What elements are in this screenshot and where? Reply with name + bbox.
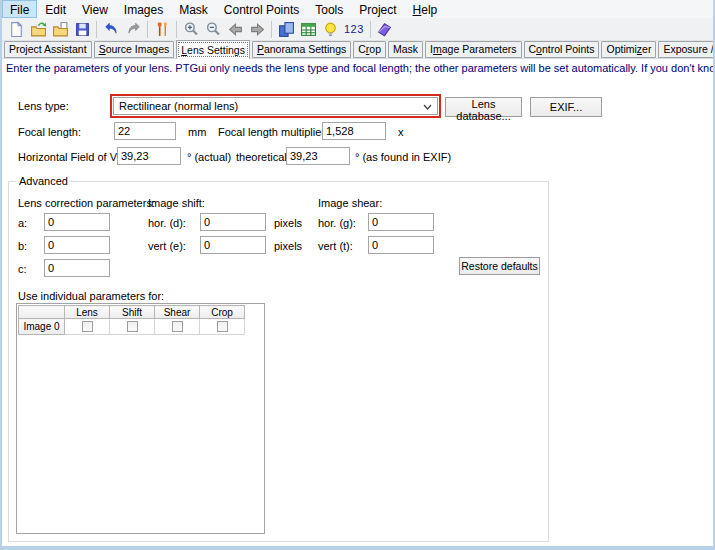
menu-view[interactable]: View xyxy=(74,0,116,18)
param-a-input[interactable] xyxy=(44,213,110,231)
redo-icon[interactable] xyxy=(122,19,144,40)
param-a-label: a: xyxy=(18,217,27,229)
checkbox-image-0-shear[interactable] xyxy=(172,321,183,332)
menu-file[interactable]: File xyxy=(2,0,37,18)
info-bar: Enter the parameters of your lens. PTGui… xyxy=(2,59,713,77)
checkbox-image-0-shift[interactable] xyxy=(127,321,138,332)
checkbox-image-0-lens[interactable] xyxy=(82,321,93,332)
table-corner-cell xyxy=(19,306,65,319)
shear-vert-label: vert (t): xyxy=(318,240,353,252)
tab-bar: Project AssistantSource ImagesLens Setti… xyxy=(2,41,713,59)
table-row: Image 0 xyxy=(19,319,245,335)
save-as-icon[interactable] xyxy=(49,19,71,40)
tools-icon[interactable] xyxy=(151,19,173,40)
shift-hor-input[interactable] xyxy=(200,213,266,231)
table-header-shear: Shear xyxy=(155,306,200,319)
tab-control-points[interactable]: Control Points xyxy=(524,41,600,58)
numbers-icon[interactable]: 123 xyxy=(341,23,367,35)
param-c-input[interactable] xyxy=(44,259,110,277)
focal-length-unit: mm xyxy=(188,126,206,138)
info-text: Enter the parameters of your lens. PTGui… xyxy=(6,62,713,74)
table-header-shift: Shift xyxy=(110,306,155,319)
toolbar-separator xyxy=(370,21,371,38)
menu-mask[interactable]: Mask xyxy=(171,0,216,18)
menu-tools[interactable]: Tools xyxy=(307,0,351,18)
image-shear-label: Image shear: xyxy=(318,197,382,209)
shift-hor-label: hor. (d): xyxy=(148,217,186,229)
shear-hor-input[interactable] xyxy=(368,213,434,231)
next-image-icon[interactable] xyxy=(246,19,268,40)
checkbox-image-0-crop[interactable] xyxy=(217,321,228,332)
tab-source-images[interactable]: Source Images xyxy=(94,41,175,58)
toolbar-separator xyxy=(271,21,272,38)
table-header-lens: Lens xyxy=(65,306,110,319)
param-c-label: c: xyxy=(18,263,27,275)
shift-vert-input[interactable] xyxy=(200,236,266,254)
tab-project-assistant[interactable]: Project Assistant xyxy=(4,41,92,58)
row-header-image-0[interactable]: Image 0 xyxy=(19,319,65,335)
param-b-label: b: xyxy=(18,240,27,252)
toolbar-separator xyxy=(96,21,97,38)
lens-type-select[interactable]: Rectilinear (normal lens) xyxy=(113,97,438,115)
shear-vert-input[interactable] xyxy=(368,236,434,254)
tab-mask[interactable]: Mask xyxy=(388,41,423,58)
hfov-actual-input[interactable] xyxy=(117,147,181,165)
individual-parameters-label: Use individual parameters for: xyxy=(18,290,164,302)
hfov-actual-suffix: ° (actual) xyxy=(187,151,231,163)
param-b-input[interactable] xyxy=(44,236,110,254)
focal-multiplier-input[interactable] xyxy=(322,122,386,140)
lens-correction-label: Lens correction parameters: xyxy=(18,197,155,209)
lens-type-highlight: Rectilinear (normal lens) xyxy=(110,94,441,118)
tab-panorama-settings[interactable]: Panorama Settings xyxy=(252,41,351,58)
cell-image-0-shift xyxy=(110,319,155,335)
focal-multiplier-unit: x xyxy=(398,126,404,138)
new-project-icon[interactable] xyxy=(5,19,27,40)
toolbar-separator xyxy=(147,21,148,38)
image-shift-label: Image shift: xyxy=(148,197,205,209)
tab-crop[interactable]: Crop xyxy=(353,41,386,58)
image-table: LensShiftShearCropImage 0 xyxy=(18,305,245,335)
menu-images[interactable]: Images xyxy=(116,0,171,18)
tab-exposure-hdr[interactable]: Exposure / HDR xyxy=(658,41,715,58)
focal-length-input[interactable] xyxy=(114,122,176,140)
lens-type-label: Lens type: xyxy=(18,100,69,112)
preview-bulb-icon[interactable] xyxy=(319,19,341,40)
cell-image-0-shear xyxy=(155,319,200,335)
zoom-in-icon[interactable] xyxy=(180,19,202,40)
tab-optimizer[interactable]: Optimizer xyxy=(601,41,656,58)
menu-help[interactable]: Help xyxy=(405,0,446,18)
undo-icon[interactable] xyxy=(100,19,122,40)
shift-vert-label: vert (e): xyxy=(148,240,186,252)
toolbar-separator xyxy=(176,21,177,38)
save-icon[interactable] xyxy=(71,19,93,40)
menu-control-points[interactable]: Control Points xyxy=(216,0,307,18)
tab-lens-settings[interactable]: Lens Settings xyxy=(176,40,250,59)
menu-edit[interactable]: Edit xyxy=(37,0,74,18)
hfov-theoretical-input[interactable] xyxy=(286,147,350,165)
open-project-icon[interactable] xyxy=(27,19,49,40)
advanced-title: Advanced xyxy=(16,175,71,187)
zoom-out-icon[interactable] xyxy=(202,19,224,40)
shift-hor-unit: pixels xyxy=(274,217,302,229)
lens-database-button[interactable]: Lens database... xyxy=(445,97,522,117)
toolbar: 123 xyxy=(2,18,713,41)
restore-defaults-button[interactable]: Restore defaults xyxy=(459,257,540,275)
previous-image-icon[interactable] xyxy=(224,19,246,40)
shift-vert-unit: pixels xyxy=(274,240,302,252)
cell-image-0-crop xyxy=(200,319,245,335)
image-parameters-table: LensShiftShearCropImage 0 xyxy=(16,303,265,534)
menu-bar: FileEditViewImagesMaskControl PointsTool… xyxy=(2,0,713,18)
menu-project[interactable]: Project xyxy=(351,0,404,18)
exif-button[interactable]: EXIF... xyxy=(530,97,602,117)
shear-hor-label: hor. (g): xyxy=(318,217,356,229)
hfov-theoretical-label: theoretical: xyxy=(236,151,290,163)
table-header-crop: Crop xyxy=(200,306,245,319)
help-book-icon[interactable] xyxy=(374,19,396,40)
image-list-icon[interactable] xyxy=(275,19,297,40)
focal-multiplier-label: Focal length multiplier: xyxy=(218,126,328,138)
lens-type-value: Rectilinear (normal lens) xyxy=(119,100,238,112)
table-view-icon[interactable] xyxy=(297,19,319,40)
ptgui-window: FileEditViewImagesMaskControl PointsTool… xyxy=(0,0,715,550)
tab-image-parameters[interactable]: Image Parameters xyxy=(425,41,521,58)
focal-length-label: Focal length: xyxy=(18,126,81,138)
